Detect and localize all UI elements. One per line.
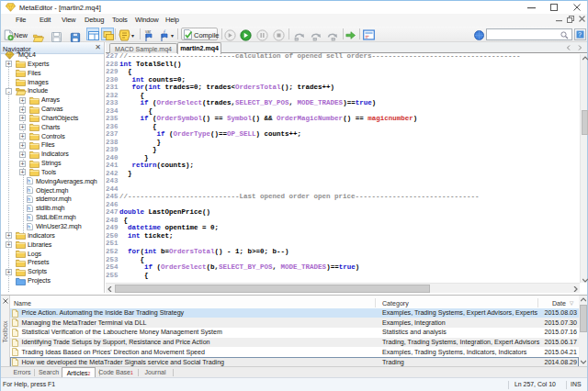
svg-text:h: h bbox=[28, 224, 30, 229]
svg-text:h: h bbox=[28, 178, 30, 184]
svg-text:h: h bbox=[28, 196, 30, 202]
svg-text:h: h bbox=[28, 215, 30, 220]
svg-text:h: h bbox=[28, 187, 30, 193]
svg-text:?: ? bbox=[578, 31, 582, 38]
svg-text:var: var bbox=[145, 29, 152, 34]
svg-text:h: h bbox=[28, 206, 30, 211]
